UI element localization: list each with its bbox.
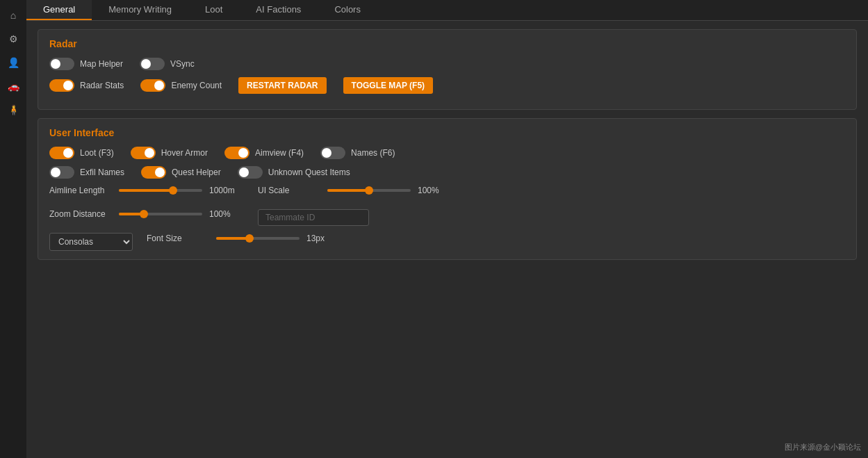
enemy-count-toggle-wrap[interactable]: Enemy Count xyxy=(140,79,222,92)
loot-toggle-wrap[interactable]: Loot (F3) xyxy=(49,147,114,159)
radar-title: Radar xyxy=(49,38,845,49)
ui-title: User Interface xyxy=(49,127,845,138)
car-icon[interactable]: 🚗 xyxy=(3,76,23,96)
tab-memory-writing[interactable]: Memory Writing xyxy=(92,0,188,20)
zoom-distance-label: Zoom Distance xyxy=(49,209,112,219)
hover-armor-toggle-wrap[interactable]: Hover Armor xyxy=(131,147,208,159)
ui-scale-track[interactable] xyxy=(327,189,411,192)
aimline-length-label: Aimline Length xyxy=(49,186,112,195)
settings-icon[interactable]: ⚙ xyxy=(3,29,23,49)
ui-row-2: Exfil Names Quest Helper Unknown Quest I… xyxy=(49,166,845,179)
names-toggle-wrap[interactable]: Names (F6) xyxy=(320,147,395,159)
restart-radar-button[interactable]: RESTART RADAR xyxy=(238,77,326,94)
ui-scale-row: UI Scale 100% xyxy=(258,186,445,195)
hover-armor-toggle[interactable] xyxy=(131,147,156,159)
font-size-value: 13px xyxy=(306,234,334,243)
vsync-toggle[interactable] xyxy=(140,58,165,70)
watermark: 图片来源@金小颖论坛 xyxy=(785,442,861,452)
aimline-length-row: Aimline Length 1000m xyxy=(49,186,237,195)
user-icon[interactable]: 👤 xyxy=(3,53,23,72)
quest-helper-toggle[interactable] xyxy=(141,166,166,179)
unknown-quest-toggle-wrap[interactable]: Unknown Quest Items xyxy=(238,166,350,179)
map-helper-toggle-wrap[interactable]: Map Helper xyxy=(49,58,123,70)
names-label: Names (F6) xyxy=(351,148,395,158)
font-size-row: Font Size 13px xyxy=(147,234,334,243)
ui-row-1: Loot (F3) Hover Armor Aimview (F4) Names… xyxy=(49,147,845,159)
radar-row-2: Radar Stats Enemy Count RESTART RADAR TO… xyxy=(49,77,845,94)
teammate-id-input[interactable] xyxy=(258,209,369,226)
aimline-length-track[interactable] xyxy=(119,189,202,192)
aimline-length-value: 1000m xyxy=(209,186,237,195)
aimview-toggle[interactable] xyxy=(224,147,249,159)
ui-scale-value: 100% xyxy=(418,186,445,195)
radar-section: Radar Map Helper VSync Radar Stats xyxy=(38,29,857,110)
quest-helper-toggle-wrap[interactable]: Quest Helper xyxy=(141,166,221,179)
unknown-quest-toggle[interactable] xyxy=(238,166,263,179)
radar-row-1: Map Helper VSync xyxy=(49,58,845,70)
font-size-fill xyxy=(216,237,249,240)
aimview-label: Aimview (F4) xyxy=(255,148,304,158)
ui-scale-fill xyxy=(327,189,369,192)
enemy-count-toggle[interactable] xyxy=(140,79,165,92)
vsync-label: VSync xyxy=(170,59,195,69)
map-helper-toggle[interactable] xyxy=(49,58,74,70)
radar-stats-label: Radar Stats xyxy=(80,81,124,90)
radar-stats-toggle[interactable] xyxy=(49,79,74,92)
tab-loot[interactable]: Loot xyxy=(188,0,239,20)
zoom-distance-row: Zoom Distance 100% xyxy=(49,209,237,219)
ui-scale-thumb[interactable] xyxy=(365,186,373,195)
zoom-distance-track[interactable] xyxy=(119,213,202,215)
names-toggle[interactable] xyxy=(320,147,345,159)
tab-bar: General Memory Writing Loot AI Factions … xyxy=(26,0,868,21)
font-size-track[interactable] xyxy=(216,237,300,240)
tab-ai-factions[interactable]: AI Factions xyxy=(239,0,318,20)
person-icon[interactable]: 🧍 xyxy=(3,100,23,120)
zoom-distance-value: 100% xyxy=(209,209,237,219)
toggle-map-button[interactable]: TOGGLE MAP (F5) xyxy=(343,77,434,94)
exfil-names-toggle[interactable] xyxy=(49,166,74,179)
content-area: Radar Map Helper VSync Radar Stats xyxy=(26,21,868,458)
sidebar: ⌂ ⚙ 👤 🚗 🧍 xyxy=(0,0,26,458)
home-icon[interactable]: ⌂ xyxy=(3,6,23,25)
main-content: General Memory Writing Loot AI Factions … xyxy=(26,0,868,458)
tab-general[interactable]: General xyxy=(26,0,92,20)
map-helper-label: Map Helper xyxy=(80,59,123,69)
font-size-thumb[interactable] xyxy=(245,234,254,243)
unknown-quest-label: Unknown Quest Items xyxy=(268,167,350,177)
hover-armor-label: Hover Armor xyxy=(161,148,208,158)
font-size-label: Font Size xyxy=(147,234,209,243)
exfil-names-toggle-wrap[interactable]: Exfil Names xyxy=(49,166,124,179)
exfil-names-label: Exfil Names xyxy=(80,167,124,177)
aimline-length-fill xyxy=(119,189,173,192)
ui-scale-label: UI Scale xyxy=(258,186,320,195)
radar-stats-toggle-wrap[interactable]: Radar Stats xyxy=(49,79,124,92)
tab-colors[interactable]: Colors xyxy=(318,0,377,20)
enemy-count-label: Enemy Count xyxy=(171,81,222,90)
aimline-length-thumb[interactable] xyxy=(169,186,177,195)
aimview-toggle-wrap[interactable]: Aimview (F4) xyxy=(224,147,304,159)
vsync-toggle-wrap[interactable]: VSync xyxy=(140,58,195,70)
ui-section: User Interface Loot (F3) Hover Armor Aim… xyxy=(38,118,857,260)
loot-label: Loot (F3) xyxy=(80,148,114,158)
loot-toggle[interactable] xyxy=(49,147,74,159)
quest-helper-label: Quest Helper xyxy=(172,167,221,177)
zoom-distance-thumb[interactable] xyxy=(140,210,148,218)
font-family-select[interactable]: Consolas Arial Courier New Verdana xyxy=(49,233,133,251)
